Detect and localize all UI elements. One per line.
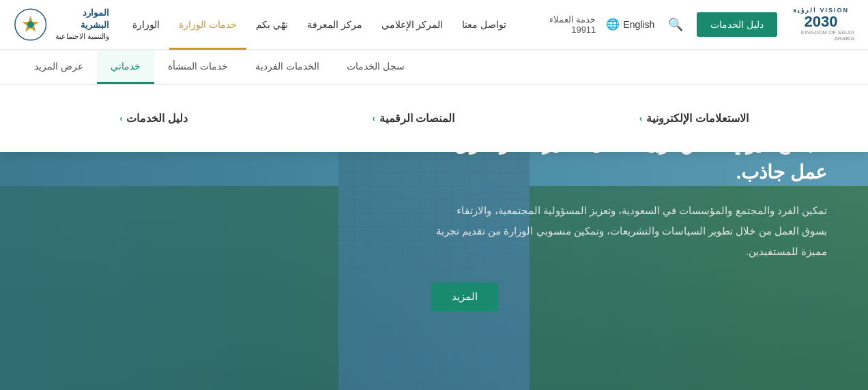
- menu-col-service-guide: دليل الخدمات ›: [119, 112, 187, 125]
- nav-links: تواصل معنا المركز الإعلامي مركز المعرفة …: [123, 0, 516, 50]
- globe-icon: 🌐: [606, 18, 620, 31]
- nav-item-ministry[interactable]: الوزارة: [123, 0, 169, 50]
- services-button[interactable]: دليل الخدمات: [697, 12, 777, 37]
- chevron-icon-3: ›: [119, 114, 122, 123]
- tab-more[interactable]: عرض المزيد: [20, 50, 97, 84]
- logo-text: الموارد البشرية والتنمية الاجتماعية: [54, 7, 108, 42]
- navbar: VISION الرؤية 2030 KINGDOM OF SAUDI ARAB…: [0, 0, 868, 50]
- svg-point-2: [27, 21, 34, 28]
- chevron-icon: ›: [639, 114, 642, 123]
- year-2030: 2030: [805, 14, 838, 29]
- navbar-left: VISION الرؤية 2030 KINGDOM OF SAUDI ARAB…: [530, 7, 854, 42]
- tab-individual-services[interactable]: الخدمات الفردية: [242, 50, 333, 84]
- nav-item-knowledge[interactable]: مركز المعرفة: [298, 0, 372, 50]
- logo-line1: الموارد البشرية: [54, 7, 108, 31]
- customer-service-label: خدمة العملاء 19911: [530, 14, 596, 35]
- tab-my-services[interactable]: خدماتي: [97, 50, 154, 84]
- hero-description: تمكين الفرد والمجتمع والمؤسسات في السعود…: [431, 200, 827, 262]
- search-icon[interactable]: 🔍: [665, 14, 686, 35]
- mega-menu-tabs: سجل الخدمات الخدمات الفردية خدمات المنشأ…: [0, 50, 868, 85]
- ksa-text: KINGDOM OF SAUDI ARABIA: [787, 29, 854, 42]
- logo-line2: والتنمية الاجتماعية: [55, 32, 109, 40]
- platforms-title[interactable]: المنصات الرقمية ›: [373, 112, 454, 125]
- chevron-icon-2: ›: [373, 114, 375, 123]
- hero-more-button[interactable]: المزيد: [431, 282, 498, 311]
- logo-area: الموارد البشرية والتنمية الاجتماعية: [14, 7, 109, 42]
- english-label: English: [623, 19, 654, 30]
- mega-menu-content: الاستعلامات الإلكترونية › المنصات الرقمي…: [0, 85, 868, 152]
- platforms-label: المنصات الرقمية: [379, 112, 454, 125]
- nav-item-contact[interactable]: تواصل معنا: [452, 0, 516, 50]
- service-guide-title[interactable]: دليل الخدمات ›: [119, 112, 187, 125]
- tab-service-log[interactable]: سجل الخدمات: [333, 50, 418, 84]
- nav-item-better[interactable]: نهّي بكم: [246, 0, 298, 50]
- nav-item-ministry-services[interactable]: خدمات الوزارة: [169, 0, 246, 50]
- vision-logo: VISION الرؤية 2030 KINGDOM OF SAUDI ARAB…: [787, 7, 854, 42]
- nav-item-media[interactable]: المركز الإعلامي: [372, 0, 453, 50]
- ministry-logo-icon: [14, 7, 47, 42]
- service-guide-label: دليل الخدمات: [126, 112, 187, 125]
- menu-col-inquiries: الاستعلامات الإلكترونية ›: [639, 112, 748, 125]
- customer-service[interactable]: خدمة العملاء 19911: [530, 14, 596, 35]
- inquiries-label: الاستعلامات الإلكترونية: [646, 112, 748, 125]
- tab-establishment-services[interactable]: خدمات المنشأة: [154, 50, 242, 84]
- mega-menu: سجل الخدمات الخدمات الفردية خدمات المنشأ…: [0, 50, 868, 152]
- language-toggle[interactable]: English 🌐: [606, 18, 654, 31]
- inquiries-title[interactable]: الاستعلامات الإلكترونية ›: [639, 112, 748, 125]
- menu-col-platforms: المنصات الرقمية ›: [373, 112, 454, 125]
